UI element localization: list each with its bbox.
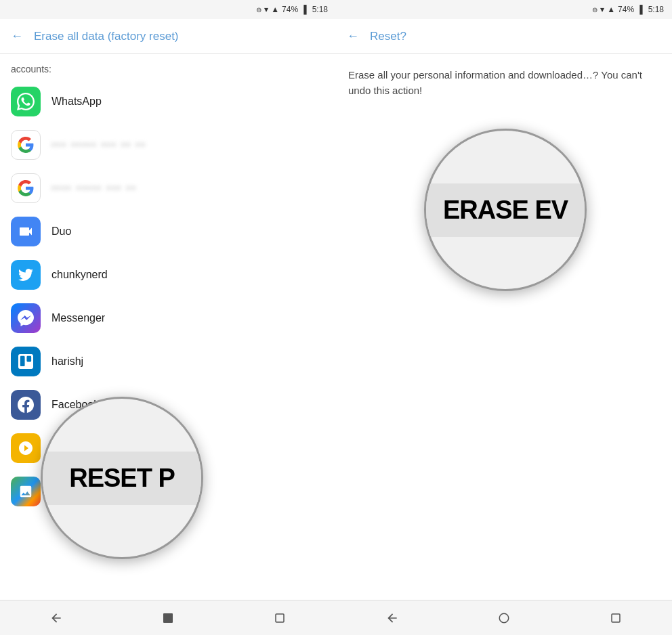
twitter-icon bbox=[11, 260, 41, 290]
magnifier-left: RESET P bbox=[41, 397, 203, 559]
right-battery-text: 74% bbox=[618, 5, 634, 14]
left-top-nav: ← Erase all data (factory reset) bbox=[0, 19, 336, 54]
allo-icon bbox=[11, 433, 41, 463]
right-back-button[interactable]: ← bbox=[347, 29, 359, 43]
accounts-label: accounts: bbox=[0, 54, 336, 80]
left-back-button[interactable]: ← bbox=[11, 29, 23, 43]
right-bottom-nav bbox=[336, 600, 672, 635]
duo-icon bbox=[11, 217, 41, 246]
left-wifi-icon: ▾ bbox=[264, 5, 268, 14]
magnifier-right-text: ERASE EV bbox=[426, 183, 585, 237]
trello-label: harishj bbox=[51, 355, 83, 368]
left-content: accounts: WhatsApp bbox=[0, 54, 336, 600]
twitter-label: chunkynerd bbox=[51, 269, 108, 281]
list-item: Duo bbox=[0, 210, 336, 253]
left-notification-icon: ⊖ bbox=[256, 6, 261, 14]
left-home-nav-button[interactable] bbox=[153, 603, 183, 633]
messenger-label: Messenger bbox=[51, 312, 105, 324]
right-phone-screen: ⊖ ▾ ▲ 74% ▐ 5:18 ← Reset? Erase all your… bbox=[336, 0, 672, 635]
left-recents-nav-button[interactable] bbox=[265, 603, 295, 633]
facebook-icon bbox=[11, 390, 41, 420]
svg-rect-3 bbox=[612, 614, 620, 622]
magnifier-left-text: RESET P bbox=[43, 452, 201, 505]
left-status-bar: ⊖ ▾ ▲ 74% ▐ 5:18 bbox=[0, 0, 336, 19]
magnifier-right: ERASE EV bbox=[424, 129, 587, 291]
right-battery-icon: ▐ bbox=[637, 5, 643, 14]
left-phone-screen: ⊖ ▾ ▲ 74% ▐ 5:18 ← Erase all data (facto… bbox=[0, 0, 336, 635]
google1-icon bbox=[11, 130, 41, 160]
left-back-nav-button[interactable] bbox=[41, 603, 71, 633]
list-item: harishj bbox=[0, 340, 336, 383]
left-page-title: Erase all data (factory reset) bbox=[34, 30, 179, 43]
right-wifi-icon: ▾ bbox=[600, 5, 604, 14]
list-item: •••• ••••• ••• •• bbox=[0, 167, 336, 210]
duo-label: Duo bbox=[51, 225, 71, 238]
right-home-nav-button[interactable] bbox=[489, 603, 519, 633]
google1-label: ••• ••••• ••• •• •• bbox=[51, 139, 146, 151]
right-back-nav-button[interactable] bbox=[377, 603, 407, 633]
svg-point-2 bbox=[499, 613, 509, 623]
right-content: Erase all your personal information and … bbox=[336, 54, 672, 600]
list-item: chunkynerd bbox=[0, 253, 336, 297]
svg-rect-1 bbox=[276, 614, 284, 622]
whatsapp-label: WhatsApp bbox=[51, 95, 102, 108]
whatsapp-icon bbox=[11, 87, 41, 116]
trello-icon bbox=[11, 347, 41, 376]
left-battery-icon: ▐ bbox=[301, 5, 307, 14]
right-signal-icon: ▲ bbox=[607, 5, 615, 14]
photos-icon bbox=[11, 477, 41, 506]
google2-label: •••• ••••• ••• •• bbox=[51, 182, 137, 194]
right-notification-icon: ⊖ bbox=[592, 6, 597, 14]
reset-description: Erase all your personal information and … bbox=[336, 54, 672, 109]
right-recents-nav-button[interactable] bbox=[601, 603, 631, 633]
right-time: 5:18 bbox=[648, 5, 664, 14]
google2-icon bbox=[11, 173, 41, 203]
left-bottom-nav bbox=[0, 600, 336, 635]
right-status-bar: ⊖ ▾ ▲ 74% ▐ 5:18 bbox=[336, 0, 672, 19]
right-page-title: Reset? bbox=[370, 30, 406, 43]
left-battery-text: 74% bbox=[282, 5, 298, 14]
left-time: 5:18 bbox=[312, 5, 328, 14]
messenger-icon bbox=[11, 303, 41, 333]
list-item: ••• ••••• ••• •• •• bbox=[0, 123, 336, 167]
left-signal-icon: ▲ bbox=[271, 5, 279, 14]
list-item: WhatsApp bbox=[0, 80, 336, 123]
svg-rect-0 bbox=[163, 613, 173, 623]
right-top-nav: ← Reset? bbox=[336, 19, 672, 54]
list-item: Messenger bbox=[0, 297, 336, 340]
